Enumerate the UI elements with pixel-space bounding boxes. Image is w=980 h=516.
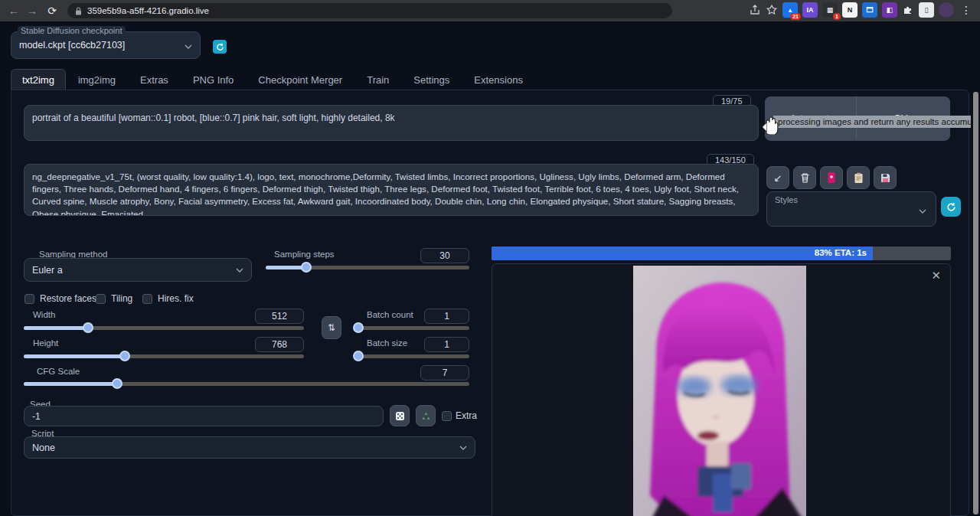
styles-dropdown[interactable]: Styles [766,191,936,227]
url-text: 359e5b9a-a5ff-4216.gradio.live [87,6,209,15]
tab-extensions[interactable]: Extensions [462,70,535,90]
extension-icon-ia[interactable]: IA [802,2,818,18]
tab-extras[interactable]: Extras [128,70,181,90]
progress-text: 83% ETA: 1s [815,248,867,257]
height-slider[interactable] [24,354,304,358]
extension-icon-recorder[interactable]: ▦ 1 [822,2,838,18]
width-label: Width [33,310,55,319]
side-panel-icon[interactable]: ▯ [919,2,934,18]
clear-prompt-button[interactable] [793,166,816,189]
clipboard-icon [854,172,864,184]
sampling-steps-label: Sampling steps [274,250,335,259]
extension-icon-notion[interactable]: N [842,2,858,18]
hand-cursor [760,112,779,135]
chrome-menu-icon[interactable]: ⋮ [959,2,974,18]
extension-badge: 21 [790,13,801,20]
hires-fix-label: Hires. fix [158,293,194,304]
tab-settings[interactable]: Settings [401,70,462,90]
tab-train[interactable]: Train [354,70,401,90]
checkpoint-value: model.ckpt [cc6cb27103] [19,40,192,51]
batch-size-slider[interactable] [358,354,469,358]
random-seed-button[interactable] [390,405,410,426]
paste-params-button[interactable]: ↙ [766,166,789,189]
height-value[interactable]: 768 [255,337,304,352]
arrow-icon: ↙ [774,172,782,184]
extension-badge: 1 [833,13,841,20]
chevron-down-icon [236,268,243,273]
forward-icon[interactable]: → [24,3,40,18]
seed-value: -1 [32,411,41,422]
cfg-scale-label: CFG Scale [37,367,80,376]
profile-avatar[interactable] [939,2,954,18]
refresh-checkpoint-button[interactable] [213,40,227,54]
puzzle-extensions-icon[interactable] [902,4,914,16]
extension-icon-counter[interactable]: ▴ 21 [782,2,798,18]
tab-png-info[interactable]: PNG Info [181,70,246,90]
sampling-method-value: Euler a [32,265,63,276]
tab-checkpoint-merger[interactable]: Checkpoint Merger [246,70,354,90]
cfg-scale-slider[interactable] [24,382,469,386]
floppy-save-icon [880,173,890,183]
negative-prompt-textarea[interactable]: ng_deepnegative_v1_75t, (worst quality, … [24,164,759,216]
hires-fix-checkbox[interactable] [142,294,152,304]
extra-networks-button[interactable] [820,166,843,189]
batch-count-value[interactable]: 1 [424,309,469,324]
prompt-textarea[interactable]: portrait of a beautiful [woman::0.1] rob… [24,105,759,141]
batch-size-value[interactable]: 1 [424,337,469,352]
extension-icon-onenote[interactable]: ◧ [882,2,897,18]
tiling-checkbox[interactable] [96,294,106,304]
sampling-steps-value[interactable]: 30 [420,248,469,263]
lock-icon [75,7,82,15]
script-dropdown[interactable]: None [24,436,475,459]
refresh-styles-button[interactable] [941,197,961,217]
recycle-icon [421,411,431,421]
restore-faces-label: Restore faces [40,293,96,304]
sampling-method-dropdown[interactable]: Euler a [24,258,252,282]
address-bar[interactable]: 359e5b9a-a5ff-4216.gradio.live [67,3,672,18]
page-scrollbar[interactable] [973,92,978,514]
width-slider[interactable] [24,326,304,330]
width-value[interactable]: 512 [255,309,304,324]
reload-icon[interactable]: ⟳ [44,3,60,18]
txt2img-panel: 19/75 portrait of a beautiful [woman::0.… [11,90,969,516]
extension-icon-image[interactable]: 🗔 [862,2,877,18]
browser-chrome: ← → ⟳ 359e5b9a-a5ff-4216.gradio.live ▴ 2… [0,0,980,21]
seed-extra-checkbox[interactable] [442,411,452,421]
interrupt-tooltip: processing images and return any results… [773,116,971,128]
restore-faces-checkbox[interactable] [24,294,34,304]
styles-label: Styles [775,195,798,204]
card-icon [826,171,837,184]
seed-extra-label: Extra [456,410,477,421]
save-style-button[interactable] [874,166,897,189]
trash-icon [800,172,810,183]
back-icon[interactable]: ← [6,3,21,18]
tab-img2img[interactable]: img2img [66,70,128,90]
chevron-down-icon [459,446,467,450]
chevron-down-icon [185,44,192,49]
cfg-scale-value[interactable]: 7 [420,365,469,380]
dice-icon [395,411,405,421]
batch-count-slider[interactable] [358,326,469,330]
seed-input[interactable]: -1 [24,406,384,426]
swap-arrows-icon: ⇅ [328,322,335,333]
bookmark-star-icon[interactable] [766,4,778,16]
script-value: None [32,443,55,453]
close-icon[interactable]: ✕ [931,269,941,282]
tiling-label: Tiling [111,293,132,304]
generated-image-preview[interactable] [633,266,806,516]
stable-diffusion-webui: Stable Diffusion checkpoint model.ckpt [… [0,21,980,516]
batch-count-label: Batch count [367,310,413,319]
reuse-seed-button[interactable] [416,405,436,426]
chevron-down-icon [919,209,926,214]
checkpoint-dropdown[interactable]: Stable Diffusion checkpoint model.ckpt [… [11,31,201,59]
swap-dimensions-button[interactable]: ⇅ [322,316,341,339]
checkpoint-label: Stable Diffusion checkpoint [18,26,126,35]
generation-progress-bar: 83% ETA: 1s [492,247,951,260]
sampling-steps-slider[interactable] [266,266,469,269]
output-gallery: ✕ [492,263,951,516]
share-icon[interactable] [749,4,761,16]
apply-styles-button[interactable] [847,166,870,189]
batch-size-label: Batch size [367,338,407,348]
tab-txt2img[interactable]: txt2img [11,69,66,90]
height-label: Height [33,338,58,348]
